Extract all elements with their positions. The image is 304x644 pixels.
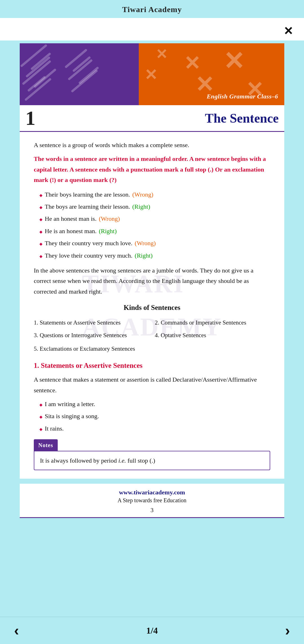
footer-tagline: A Step towards free Education xyxy=(20,497,284,504)
example-text: I am writing a letter. xyxy=(45,399,95,409)
list-item: It rains. xyxy=(39,423,270,434)
right-label: (Right) xyxy=(99,226,117,236)
notes-box: It is always followed by period i.e. ful… xyxy=(34,451,270,470)
content-inner: A sentence is a group of words which mak… xyxy=(34,140,270,470)
example-text: Sita is singing a song. xyxy=(45,411,99,421)
kind-item-1: 1. Statements or Assertive Sentences xyxy=(34,317,149,328)
list-item: They their country very much love. (Wron… xyxy=(39,238,270,248)
wrong-label: (Wrong) xyxy=(132,189,153,200)
right-label: (Right) xyxy=(132,201,150,212)
app-header: Tiwari Academy xyxy=(0,0,304,18)
list-item: He is an honest man. (Right) xyxy=(39,226,270,236)
bottom-navigation: ‹ 1/4 › xyxy=(0,617,304,644)
example-text: He is an honest man. xyxy=(45,226,97,236)
footer-url: www.tiwariacademy.com xyxy=(20,489,284,496)
close-button-area: × xyxy=(0,18,304,40)
kind-item-5: 5. Exclamations or Exclamatory Sentences xyxy=(34,343,270,355)
deco-x1: ✕ xyxy=(156,46,167,62)
summary-text: In the above sentences the wrong sentenc… xyxy=(34,265,270,297)
examples-list: Their boys learning the are lesson. (Wro… xyxy=(34,189,270,261)
list-item: I am writing a letter. xyxy=(39,399,270,409)
banner-left-deco xyxy=(20,43,139,105)
list-item: He an honest man is. (Wrong) xyxy=(39,213,270,224)
app-title: Tiwari Academy xyxy=(122,5,182,14)
notes-text: It is always followed by period i.e. ful… xyxy=(40,457,155,464)
page-number: 3 xyxy=(20,506,284,514)
example-text: He an honest man is. xyxy=(45,213,97,224)
page-footer: www.tiwariacademy.com A Step towards fre… xyxy=(20,484,284,518)
example-text: The boys are learning their lesson. xyxy=(45,201,130,212)
banner-subtitle: English Grammar Class–6 xyxy=(207,93,278,100)
example-text: Their boys learning the are lesson. xyxy=(45,189,130,200)
kinds-grid: 1. Statements or Assertive Sentences 2. … xyxy=(34,317,270,341)
close-button[interactable]: × xyxy=(284,23,293,38)
example-text: They their country very much love. xyxy=(45,238,133,248)
assertive-examples-list: I am writing a letter. Sita is singing a… xyxy=(34,399,270,434)
kind-item-3: 3. Questions or Interrogative Sentences xyxy=(34,330,149,341)
banner-left xyxy=(20,43,139,105)
red-important-text: The words in a sentence are written in a… xyxy=(34,154,270,185)
list-item: The boys are learning their lesson. (Rig… xyxy=(39,201,270,212)
wrong-label: (Wrong) xyxy=(135,238,156,248)
prev-button[interactable]: ‹ xyxy=(14,623,19,638)
banner-right: ✕ ✕ ✕ ✕ ✕ ✕ English Grammar Class–6 xyxy=(139,43,284,105)
wrong-label: (Wrong) xyxy=(99,213,120,224)
content-area: TIWARIACADEMY A sentence is a group of w… xyxy=(20,132,284,479)
chapter-title-area: 1 The Sentence xyxy=(20,105,284,132)
list-item: Their boys learning the are lesson. (Wro… xyxy=(39,189,270,200)
notes-label: Notes xyxy=(34,439,58,451)
chapter-title: The Sentence xyxy=(205,111,279,126)
banner: ✕ ✕ ✕ ✕ ✕ ✕ English Grammar Class–6 xyxy=(20,43,284,105)
deco-x4: ✕ xyxy=(144,66,157,84)
notes-section: Notes It is always followed by period i.… xyxy=(34,439,270,470)
assertive-heading: 1. Statements or Assertive Sentences xyxy=(34,360,270,372)
kinds-section: Kinds of Sentences 1. Statements or Asse… xyxy=(34,302,270,355)
list-item: Sita is singing a song. xyxy=(39,411,270,421)
kind-item-4: 4. Optative Sentences xyxy=(155,330,270,341)
kind-item-2: 2. Commands or Imperative Sentences xyxy=(155,317,270,328)
deco-x3: ✕ xyxy=(223,46,244,76)
next-button[interactable]: › xyxy=(285,623,290,638)
kinds-title: Kinds of Sentences xyxy=(34,302,270,314)
intro-text: A sentence is a group of words which mak… xyxy=(34,140,270,150)
example-text: They love their country very much. xyxy=(45,250,133,261)
spacer xyxy=(0,518,304,574)
example-text: It rains. xyxy=(45,423,64,434)
chapter-number: 1 xyxy=(25,108,35,128)
assertive-description: A sentence that makes a statement or ass… xyxy=(34,374,270,395)
right-label: (Right) xyxy=(135,250,153,261)
list-item: They love their country very much. (Righ… xyxy=(39,250,270,261)
page-indicator: 1/4 xyxy=(146,625,158,636)
